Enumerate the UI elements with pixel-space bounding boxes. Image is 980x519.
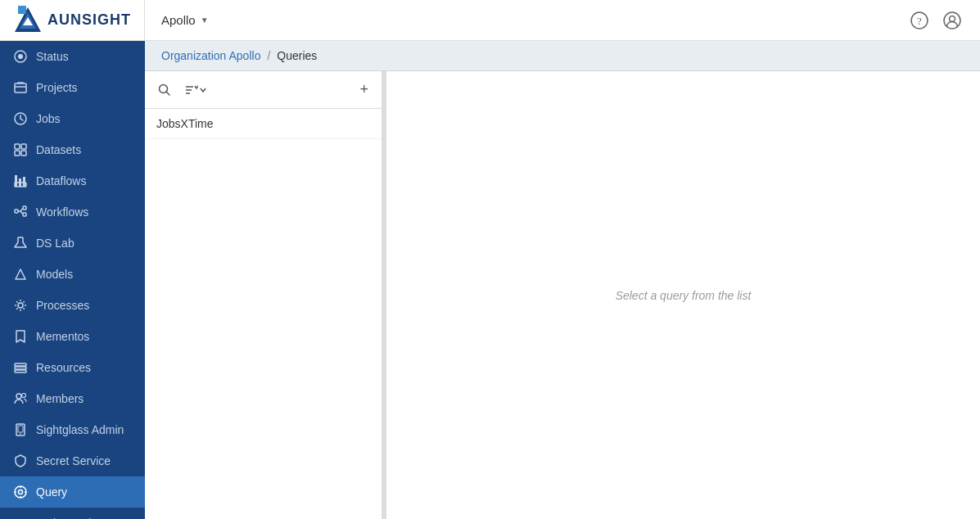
svg-point-29	[22, 394, 26, 398]
sidebar-item-status[interactable]: Status	[0, 41, 145, 72]
sidebar-label-models: Models	[36, 268, 73, 281]
sightglass-icon	[13, 422, 28, 437]
svg-text:?: ?	[917, 14, 922, 26]
help-button[interactable]: ?	[905, 6, 934, 35]
svg-point-34	[19, 490, 23, 494]
projects-icon	[13, 80, 28, 95]
app-selector[interactable]: Apollo ▼	[145, 0, 225, 41]
sidebar-item-dslab[interactable]: DS Lab	[0, 228, 145, 259]
user-button[interactable]	[937, 6, 967, 35]
breadcrumb-current: Queries	[277, 49, 317, 62]
sidebar-item-mementos[interactable]: Mementos	[0, 321, 145, 352]
svg-rect-10	[15, 83, 26, 93]
sidebar-label-jobs: Jobs	[36, 112, 61, 125]
svg-rect-13	[21, 144, 26, 149]
query-list-panel: + JobsXTime	[145, 71, 382, 519]
query-item-label: JobsXTime	[156, 117, 214, 130]
app-name: Apollo	[161, 13, 196, 27]
app-selector-caret: ▼	[201, 16, 209, 25]
query-list: JobsXTime	[145, 109, 382, 519]
svg-point-24	[18, 303, 23, 308]
sidebar-label-projects: Projects	[36, 81, 78, 94]
members-icon	[13, 391, 28, 406]
script-icon	[13, 516, 28, 519]
sort-button[interactable]	[180, 81, 211, 99]
sidebar-item-resources[interactable]: Resources	[0, 352, 145, 383]
sidebar-item-sightglass[interactable]: Sightglass Admin	[0, 414, 145, 445]
add-query-button[interactable]: +	[355, 78, 373, 102]
models-icon	[13, 267, 28, 282]
sidebar-label-dslab: DS Lab	[36, 237, 75, 250]
datasets-icon	[13, 142, 28, 157]
svg-point-28	[16, 394, 21, 399]
processes-icon	[13, 298, 28, 313]
search-icon	[158, 83, 170, 96]
sidebar-label-dataflows: Dataflows	[36, 174, 86, 187]
svg-rect-26	[15, 367, 26, 369]
sidebar-label-datasets: Datasets	[36, 143, 81, 156]
dslab-icon	[13, 236, 28, 250]
svg-point-9	[18, 54, 23, 59]
secret-icon	[13, 454, 28, 468]
sidebar-item-processes[interactable]: Processes	[0, 290, 145, 321]
query-list-toolbar: +	[145, 71, 382, 109]
query-icon	[13, 485, 28, 499]
svg-rect-27	[15, 363, 26, 366]
mementos-icon	[13, 329, 28, 344]
breadcrumb-sep: /	[267, 49, 270, 62]
query-empty-label: Select a query from the list	[616, 289, 752, 302]
add-icon: +	[359, 81, 368, 98]
svg-rect-12	[15, 144, 20, 149]
breadcrumb-org-link[interactable]: Organization Apollo	[161, 49, 260, 62]
sidebar-label-members: Members	[36, 392, 84, 405]
sidebar-label-status: Status	[36, 50, 69, 63]
query-detail: Select a query from the list	[386, 71, 980, 519]
sidebar-item-workflows[interactable]: Workflows	[0, 196, 145, 228]
sidebar-label-secret: Secret Service	[36, 454, 111, 467]
sidebar-item-jobs[interactable]: Jobs	[0, 103, 145, 134]
sidebar-item-query[interactable]: Query	[0, 476, 145, 508]
sidebar-label-query: Query	[36, 485, 67, 499]
header-left: AUNSIGHT Apollo ▼	[0, 0, 225, 41]
svg-rect-22	[23, 213, 26, 216]
sort-icon	[185, 84, 198, 96]
sidebar-item-secret[interactable]: Secret Service	[0, 445, 145, 476]
jobs-icon	[13, 111, 28, 126]
sidebar-label-sightglass: Sightglass Admin	[36, 423, 124, 436]
header-right: ?	[905, 6, 967, 35]
top-header: AUNSIGHT Apollo ▼ ?	[0, 0, 980, 41]
workflows-icon	[13, 205, 28, 219]
sidebar-item-datasets[interactable]: Datasets	[0, 134, 145, 165]
search-button[interactable]	[153, 80, 175, 99]
user-icon	[943, 11, 961, 29]
sidebar-label-processes: Processes	[36, 299, 89, 312]
sidebar-item-script[interactable]: Script Engine	[0, 508, 145, 519]
sidebar-item-models[interactable]: Models	[0, 259, 145, 290]
help-icon: ?	[910, 11, 928, 29]
svg-rect-25	[15, 370, 26, 372]
svg-rect-31	[18, 426, 23, 432]
sidebar-item-dataflows[interactable]: Dataflows	[0, 165, 145, 196]
logo-text: AUNSIGHT	[47, 11, 131, 29]
sidebar-item-projects[interactable]: Projects	[0, 72, 145, 103]
status-icon	[13, 49, 28, 64]
svg-rect-20	[15, 210, 18, 213]
svg-rect-15	[21, 151, 26, 156]
sidebar-item-members[interactable]: Members	[0, 383, 145, 414]
svg-point-7	[950, 16, 955, 21]
svg-rect-17	[15, 175, 17, 187]
sidebar: Status Projects Jobs Datasets	[0, 41, 145, 519]
content-area: Organization Apollo / Queries	[145, 41, 980, 519]
query-list-item[interactable]: JobsXTime	[145, 109, 382, 139]
svg-line-39	[166, 92, 169, 95]
dataflows-icon	[13, 174, 28, 188]
main-layout: Status Projects Jobs Datasets	[0, 41, 980, 519]
svg-rect-21	[23, 206, 26, 210]
sidebar-label-mementos: Mementos	[36, 330, 89, 343]
svg-point-33	[15, 486, 26, 498]
svg-marker-23	[16, 269, 25, 279]
svg-rect-3	[18, 6, 26, 14]
sidebar-label-workflows: Workflows	[36, 205, 88, 219]
svg-rect-14	[15, 151, 20, 156]
breadcrumb: Organization Apollo / Queries	[145, 41, 980, 71]
